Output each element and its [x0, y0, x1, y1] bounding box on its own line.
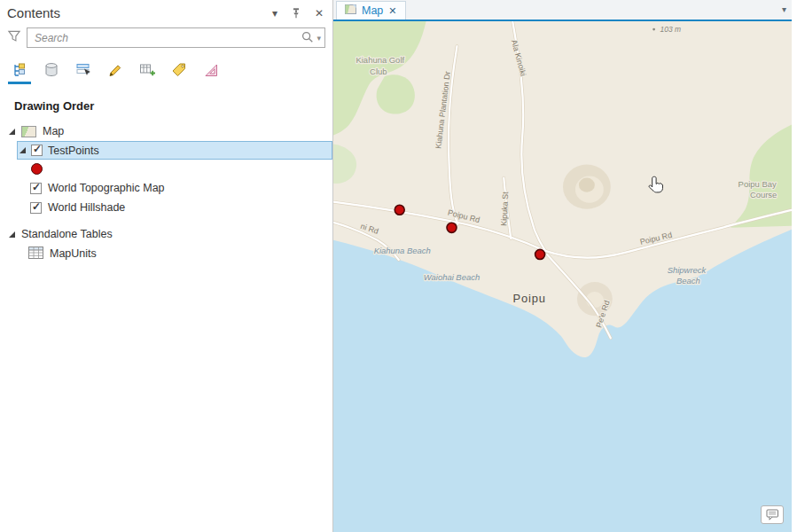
map-label: Kiahuna Golf	[356, 55, 404, 65]
contents-pane: Contents ▾ ✕ ▾	[0, 0, 333, 532]
map-thumbnail-icon	[21, 126, 36, 137]
close-pane-icon[interactable]: ✕	[315, 7, 324, 20]
table-label: MapUnits	[50, 247, 97, 260]
pane-title: Contents	[7, 5, 260, 20]
map-view-tab[interactable]: Map ✕	[336, 1, 406, 20]
table-icon	[28, 246, 43, 262]
map-label: Poipu Bay	[738, 179, 777, 189]
layer-label: TestPoints	[48, 145, 99, 157]
expander-icon[interactable]	[20, 147, 26, 153]
map-label: Waiohai Beach	[424, 272, 480, 282]
layer-label: World Topographic Map	[48, 182, 165, 194]
layer-tree: Map TestPoints World Topographic Map Wor…	[0, 113, 332, 263]
map-label: Beach	[676, 276, 700, 286]
map-svg: 103 mKiahuna GolfClubKiahuna Plantation …	[333, 21, 792, 532]
drawing-order-heading: Drawing Order	[0, 83, 332, 113]
search-box: ▾	[27, 27, 325, 48]
layer-checkbox[interactable]	[30, 202, 42, 214]
contents-toolbar	[0, 48, 332, 83]
list-by-drawing-order-icon[interactable]	[7, 57, 32, 83]
map-view-region: Map ✕ ▾	[333, 0, 797, 532]
list-by-perspective-icon[interactable]	[199, 57, 223, 83]
test-point-feature	[395, 205, 404, 215]
list-by-data-source-icon[interactable]	[39, 57, 64, 83]
list-by-editing-icon[interactable]	[103, 57, 128, 83]
tab-close-icon[interactable]: ✕	[388, 6, 396, 16]
layer-checkbox[interactable]	[30, 183, 42, 194]
pane-menu-chevron-icon[interactable]: ▾	[272, 7, 277, 20]
filter-funnel-icon[interactable]	[7, 29, 21, 46]
list-by-selection-icon[interactable]	[71, 57, 96, 83]
map-label: Kipuka St	[499, 192, 510, 227]
layer-label: World Hillshade	[48, 201, 125, 214]
map-canvas[interactable]: 103 mKiahuna GolfClubKiahuna Plantation …	[333, 21, 792, 532]
tree-item-standalone-tables[interactable]: Standalone Tables	[0, 224, 332, 244]
map-label: Course	[750, 190, 777, 200]
map-label: 103 m	[660, 25, 682, 34]
view-tab-bar: Map ✕ ▾	[333, 0, 792, 21]
search-input[interactable]	[35, 32, 301, 44]
test-point-feature	[447, 223, 457, 232]
contents-pane-header: Contents ▾ ✕	[0, 0, 332, 22]
list-by-snapping-icon[interactable]	[167, 57, 191, 83]
point-symbol-swatch[interactable]	[31, 163, 43, 175]
map-notification-button[interactable]	[761, 505, 784, 524]
map-label: Club	[370, 66, 387, 76]
search-row: ▾	[0, 22, 332, 48]
map-label: Shipwreck	[668, 265, 707, 275]
hand-cursor-icon	[646, 176, 664, 195]
spot-elevation-marker	[652, 28, 655, 31]
map-label: Poipu	[513, 292, 546, 305]
map-label: Kiahuna Beach	[374, 246, 431, 255]
tree-item-world-hillshade[interactable]: World Hillshade	[0, 198, 332, 217]
layer-checkbox[interactable]	[31, 145, 43, 156]
tree-item-mapunits[interactable]: MapUnits	[0, 244, 332, 263]
test-point-feature	[535, 249, 545, 259]
tree-item-map[interactable]: Map	[0, 121, 332, 141]
map-node-label: Map	[43, 125, 64, 137]
expander-icon[interactable]	[9, 231, 15, 238]
map-tab-label: Map	[362, 4, 383, 17]
tab-list-chevron-icon[interactable]: ▾	[782, 4, 792, 16]
map-tab-icon	[345, 4, 356, 17]
search-options-chevron-icon[interactable]: ▾	[316, 34, 321, 43]
list-by-labeling-icon[interactable]	[135, 57, 160, 83]
expander-icon[interactable]	[9, 129, 15, 135]
tree-item-testpoints[interactable]: TestPoints	[17, 141, 332, 160]
search-magnifier-icon[interactable]	[301, 30, 314, 46]
auto-hide-pin-icon[interactable]	[290, 6, 302, 20]
standalone-tables-label: Standalone Tables	[21, 228, 113, 240]
testpoints-symbol-row[interactable]	[0, 160, 332, 178]
tree-item-world-topographic-map[interactable]: World Topographic Map	[0, 178, 332, 198]
